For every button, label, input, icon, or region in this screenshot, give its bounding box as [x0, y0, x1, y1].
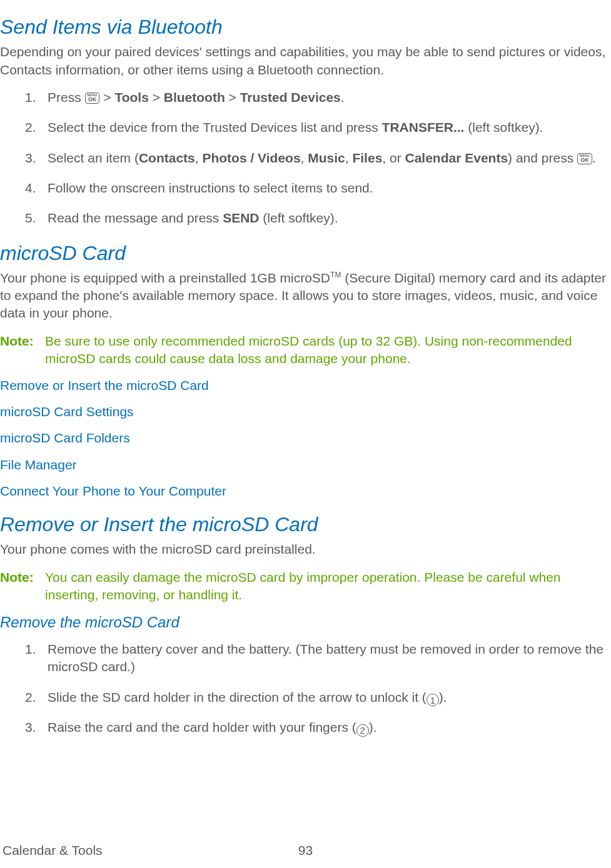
heading-remove-card: Remove the microSD Card	[0, 612, 611, 632]
text-fragment: Slide the SD card holder in the directio…	[48, 690, 427, 704]
note-block: Note: Be sure to use only recommended mi…	[0, 332, 611, 368]
step-text: Press MENUOK > Tools > Bluetooth > Trust…	[48, 90, 345, 104]
link-settings[interactable]: microSD Card Settings	[0, 403, 611, 421]
text-fragment: Your phone is equipped with a preinstall…	[0, 271, 330, 285]
text-fragment: .	[592, 151, 596, 165]
trademark: TM	[330, 271, 341, 279]
text-bold: Calendar Events	[405, 151, 508, 165]
text-fragment: >	[149, 90, 164, 104]
note-text: Be sure to use only recommended microSD …	[45, 332, 611, 368]
step-number: 3.	[25, 719, 36, 736]
step-number: 4.	[25, 179, 36, 197]
heading-remove-insert: Remove or Insert the microSD Card	[0, 511, 611, 538]
text-fragment: (left softkey).	[260, 211, 338, 225]
note-label: Note:	[0, 332, 45, 368]
text-fragment: ,	[195, 151, 203, 165]
step-2: 2. Select the device from the Trusted De…	[25, 119, 611, 136]
text-bold: Tools	[114, 90, 148, 104]
circled-number-2-icon: 2	[356, 724, 369, 737]
text-bold: Bluetooth	[164, 90, 225, 104]
steps-list-1: 1. Press MENUOK > Tools > Bluetooth > Tr…	[0, 89, 611, 227]
circled-number-1-icon: 1	[427, 694, 439, 706]
step-text: Remove the battery cover and the battery…	[48, 642, 603, 674]
link-connect-computer[interactable]: Connect Your Phone to Your Computer	[0, 482, 611, 500]
link-file-manager[interactable]: File Manager	[0, 456, 611, 474]
step-number: 2.	[25, 689, 36, 706]
text-fragment: (left softkey).	[464, 120, 543, 134]
text-fragment: Read the message and press	[48, 211, 223, 225]
text-fragment: .	[341, 90, 345, 104]
text-fragment: ).	[369, 720, 377, 734]
step-number: 2.	[25, 119, 36, 136]
text-fragment: Select an item (	[48, 151, 139, 165]
step-2: 2. Slide the SD card holder in the direc…	[25, 689, 611, 707]
step-5: 5. Read the message and press SEND (left…	[25, 209, 611, 227]
step-number: 5.	[25, 209, 36, 227]
intro-text: Your phone is equipped with a preinstall…	[0, 269, 611, 322]
text-fragment: >	[225, 90, 240, 104]
step-text: Select an item (Contacts, Photos / Video…	[48, 151, 596, 165]
text-fragment: ).	[439, 690, 447, 704]
intro-text: Depending on your paired devices' settin…	[0, 43, 611, 79]
step-text: Raise the card and the card holder with …	[48, 720, 377, 734]
step-text: Follow the onscreen instructions to sele…	[48, 181, 373, 195]
text-fragment: ) and press	[508, 151, 577, 165]
text-bold: TRANSFER...	[382, 120, 465, 134]
text-fragment: Press	[48, 90, 85, 104]
text-bold: Music	[308, 151, 345, 165]
text-fragment: Raise the card and the card holder with …	[48, 720, 356, 734]
step-1: 1. Press MENUOK > Tools > Bluetooth > Tr…	[25, 89, 611, 106]
step-3: 3. Select an item (Contacts, Photos / Vi…	[25, 149, 611, 167]
step-number: 1.	[25, 641, 36, 658]
step-3: 3. Raise the card and the card holder wi…	[25, 719, 611, 737]
link-folders[interactable]: microSD Card Folders	[0, 429, 611, 447]
text-fragment: Select the device from the Trusted Devic…	[48, 120, 382, 134]
step-text: Read the message and press SEND (left so…	[48, 211, 338, 225]
text-fragment: ,	[301, 151, 308, 165]
text-fragment: ,	[345, 151, 353, 165]
heading-microsd: microSD Card	[0, 240, 611, 267]
text-bold: Trusted Devices	[240, 90, 341, 104]
step-text: Select the device from the Trusted Devic…	[48, 120, 543, 134]
text-fragment: , or	[382, 151, 405, 165]
text-fragment: >	[99, 90, 114, 104]
step-4: 4. Follow the onscreen instructions to s…	[25, 179, 611, 197]
note-text: You can easily damage the microSD card b…	[45, 569, 611, 604]
text-bold: Photos / Videos	[202, 151, 300, 165]
menu-ok-icon: MENUOK	[85, 92, 100, 104]
text-bold: Contacts	[139, 151, 195, 165]
link-remove-insert[interactable]: Remove or Insert the microSD Card	[0, 377, 611, 394]
step-number: 3.	[25, 149, 36, 167]
step-text: Slide the SD card holder in the directio…	[48, 690, 447, 704]
menu-ok-icon: MENUOK	[577, 153, 592, 164]
heading-send-items: Send Items via Bluetooth	[0, 14, 611, 41]
text-bold: Files	[352, 151, 382, 165]
intro-text: Your phone comes with the microSD card p…	[0, 541, 611, 558]
note-block: Note: You can easily damage the microSD …	[0, 569, 611, 604]
step-1: 1. Remove the battery cover and the batt…	[25, 641, 611, 676]
note-label: Note:	[0, 569, 45, 604]
steps-list-2: 1. Remove the battery cover and the batt…	[0, 641, 611, 737]
text-bold: SEND	[223, 211, 259, 225]
step-number: 1.	[25, 89, 36, 106]
